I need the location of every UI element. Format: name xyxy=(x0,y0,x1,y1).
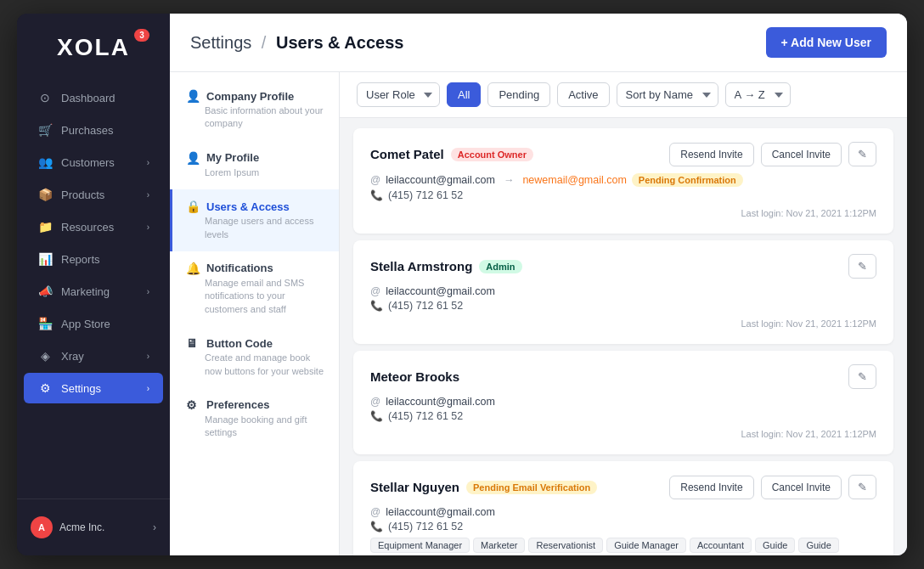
settings-nav-users-access[interactable]: 🔒 Users & Access Manage users and access… xyxy=(170,189,339,251)
resend-invite-button[interactable]: Resend Invite xyxy=(669,476,753,499)
user-phone: (415) 712 61 52 xyxy=(388,189,463,201)
sidebar-item-label: Settings xyxy=(61,382,138,395)
sort-select[interactable]: Sort by Name xyxy=(617,82,718,107)
settings-nav-button-code[interactable]: 🖥 Button Code Create and manage book now… xyxy=(170,326,339,388)
reports-icon: 📊 xyxy=(37,252,53,266)
sidebar-item-label: Dashboard xyxy=(61,92,149,104)
settings-nav-desc: Lorem Ipsum xyxy=(186,166,325,179)
user-info: @ leilaccount@gmail.com 📞 (415) 712 61 5… xyxy=(370,285,876,312)
settings-nav-title: Button Code xyxy=(206,337,273,350)
filter-pending-button[interactable]: Pending xyxy=(487,82,550,107)
sidebar-item-reports[interactable]: 📊 Reports xyxy=(24,244,163,274)
code-icon: 🖥 xyxy=(186,336,200,350)
phone-icon: 📞 xyxy=(370,189,383,201)
user-email[interactable]: leilaccount@gmail.com xyxy=(386,174,495,186)
sidebar-item-resources[interactable]: 📁 Resources › xyxy=(24,211,163,242)
chevron-right-icon: › xyxy=(147,158,149,167)
user-card: Stella Armstrong Admin ✎ @ leilaccount@g… xyxy=(353,240,893,344)
phone-icon: 📞 xyxy=(370,521,383,532)
filter-bar: User Role All Pending Active Sort by Nam… xyxy=(340,72,907,118)
user-card: Comet Patel Account Owner Resend Invite … xyxy=(353,128,893,234)
user-phone: (415) 712 61 52 xyxy=(388,300,463,312)
account-switcher[interactable]: A Acme Inc. › xyxy=(24,510,163,545)
role-tag: Marketer xyxy=(473,538,525,553)
breadcrumb: Settings / Users & Access xyxy=(190,33,403,53)
user-info: @ leilaccount@gmail.com 📞 (415) 712 61 5… xyxy=(370,506,876,532)
settings-nav-title: Company Profile xyxy=(206,90,294,103)
sidebar-item-label: Customers xyxy=(61,156,138,169)
cancel-invite-button[interactable]: Cancel Invite xyxy=(761,143,842,166)
order-select[interactable]: A → Z xyxy=(725,82,791,107)
account-name: Acme Inc. xyxy=(59,521,146,533)
sidebar-item-appstore[interactable]: 🏪 App Store xyxy=(24,308,163,339)
filter-all-button[interactable]: All xyxy=(447,82,481,107)
role-filter-select[interactable]: User Role xyxy=(357,82,440,107)
chevron-right-icon: › xyxy=(147,287,149,296)
settings-nav-company-profile[interactable]: 👤 Company Profile Basic information abou… xyxy=(170,79,339,141)
user-email[interactable]: leilaccount@gmail.com xyxy=(386,506,495,518)
role-tag: Equipment Manager xyxy=(370,538,470,553)
sidebar-item-xray[interactable]: ◈ Xray › xyxy=(24,341,163,371)
sidebar-nav: ⊙ Dashboard 🛒 Purchases 👥 Customers › 📦 … xyxy=(17,78,170,499)
sidebar-item-label: Marketing xyxy=(61,285,138,298)
chevron-right-icon: › xyxy=(147,223,149,232)
person-icon: 👤 xyxy=(186,89,200,103)
cancel-invite-button[interactable]: Cancel Invite xyxy=(761,476,842,499)
sidebar-item-label: Products xyxy=(61,189,138,201)
gear-icon: ⚙ xyxy=(186,398,200,412)
settings-nav-title: My Profile xyxy=(206,151,259,164)
user-badge: Account Owner xyxy=(451,148,533,161)
phone-icon: 📞 xyxy=(370,410,383,422)
user-name: Meteor Brooks xyxy=(370,369,459,384)
breadcrumb-current: Users & Access xyxy=(276,33,403,52)
sidebar-item-label: App Store xyxy=(61,318,149,330)
email-icon: @ xyxy=(370,285,380,297)
user-name: Comet Patel xyxy=(370,147,444,161)
role-tags: Equipment Manager Marketer Reservationis… xyxy=(370,538,876,555)
chevron-right-icon: › xyxy=(147,352,149,361)
role-tag: Reservationist xyxy=(528,538,603,553)
sidebar-item-products[interactable]: 📦 Products › xyxy=(24,179,163,210)
user-phone: (415) 712 61 52 xyxy=(388,521,463,532)
settings-nav-desc: Create and manage book now buttons for y… xyxy=(186,352,325,378)
settings-nav-my-profile[interactable]: 👤 My Profile Lorem Ipsum xyxy=(170,141,339,189)
sidebar-item-label: Xray xyxy=(61,350,138,363)
sidebar-item-dashboard[interactable]: ⊙ Dashboard xyxy=(24,82,163,113)
settings-nav-notifications[interactable]: 🔔 Notifications Manage email and SMS not… xyxy=(170,251,339,326)
sidebar-item-marketing[interactable]: 📣 Marketing › xyxy=(24,276,163,307)
email-icon: @ xyxy=(370,506,380,518)
role-tag: Guide xyxy=(755,538,795,553)
settings-nav-desc: Manage booking and gift settings xyxy=(186,414,325,440)
last-login: Last login: Nov 21, 2021 1:12PM xyxy=(741,208,876,218)
sidebar-item-customers[interactable]: 👥 Customers › xyxy=(24,147,163,177)
sidebar-item-purchases[interactable]: 🛒 Purchases xyxy=(24,115,163,145)
filter-active-button[interactable]: Active xyxy=(557,82,609,107)
add-user-button[interactable]: + Add New User xyxy=(766,27,887,58)
user-info: @ leilaccount@gmail.com → newemail@gmail… xyxy=(370,173,876,201)
breadcrumb-separator: / xyxy=(262,33,271,52)
person-icon: 👤 xyxy=(186,151,200,165)
settings-nav-title: Notifications xyxy=(206,262,273,274)
chevron-right-icon: › xyxy=(153,521,156,533)
marketing-icon: 📣 xyxy=(37,284,53,298)
resend-invite-button[interactable]: Resend Invite xyxy=(669,143,753,166)
edit-user-button[interactable]: ✎ xyxy=(848,142,876,166)
main-header: Settings / Users & Access + Add New User xyxy=(170,14,907,72)
user-email[interactable]: leilaccount@gmail.com xyxy=(386,285,495,297)
bell-icon: 🔔 xyxy=(186,262,200,275)
settings-nav-desc: Manage email and SMS notifications to yo… xyxy=(186,277,325,316)
user-new-email: newemail@gmail.com xyxy=(522,174,626,186)
settings-nav-preferences[interactable]: ⚙ Preferences Manage booking and gift se… xyxy=(170,388,339,450)
chevron-right-icon: › xyxy=(147,384,149,393)
edit-user-button[interactable]: ✎ xyxy=(848,475,876,499)
sidebar-item-label: Resources xyxy=(61,221,138,234)
products-icon: 📦 xyxy=(37,188,53,201)
user-card: Stellar Nguyen Pending Email Verificatio… xyxy=(353,461,893,555)
user-badge: Pending Email Verification xyxy=(466,481,597,494)
user-email[interactable]: leilaccount@gmail.com xyxy=(386,396,495,408)
avatar: A xyxy=(31,516,53,538)
email-status-badge: Pending Confirmation xyxy=(632,173,743,187)
edit-user-button[interactable]: ✎ xyxy=(848,254,876,279)
edit-user-button[interactable]: ✎ xyxy=(848,364,876,389)
sidebar-item-settings[interactable]: ⚙ Settings › xyxy=(24,373,163,403)
